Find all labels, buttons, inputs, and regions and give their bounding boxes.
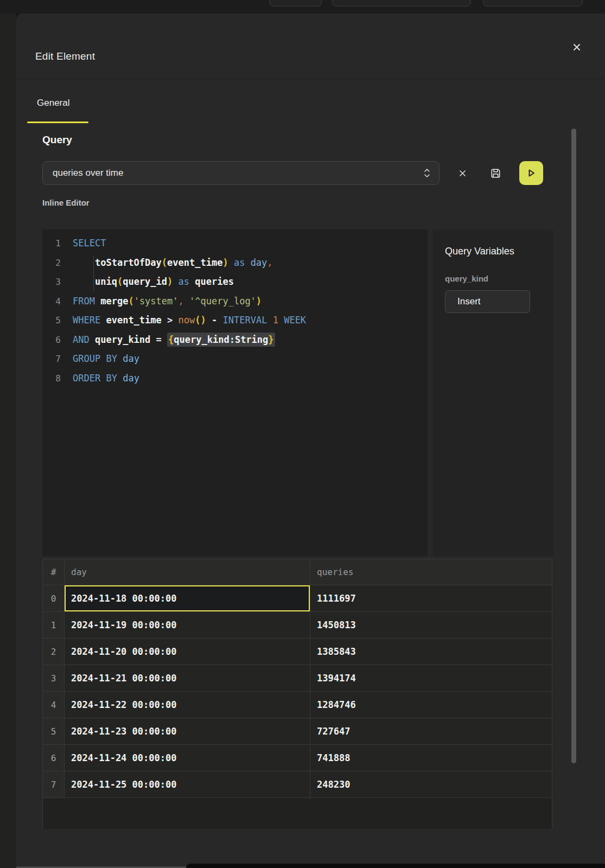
queries-cell[interactable]: 1284746 [310,692,552,718]
chevron-up-down-icon [423,167,431,179]
modal-scrollbar-thumb[interactable] [571,129,576,763]
line-number: 1 [42,234,73,253]
play-icon [526,168,536,178]
line-number: 2 [42,253,73,273]
results-table-filler [43,798,552,829]
close-button[interactable] [567,37,587,57]
row-index-cell[interactable]: 6 [43,745,65,771]
clear-query-button[interactable] [450,161,474,185]
row-index-cell[interactable]: 1 [43,612,65,639]
code-line: 8ORDER BY day [42,369,428,388]
line-number: 6 [42,330,73,350]
table-row[interactable]: 12024-11-19 00:00:001450813 [43,612,552,639]
row-index-cell[interactable]: 2 [43,639,65,665]
screen: Edit Element General Query queries over … [0,0,605,868]
code-line: 5WHERE event_time > now() - INTERVAL 1 W… [42,311,428,330]
table-row[interactable]: 62024-11-24 00:00:00741888 [43,745,552,771]
queries-cell[interactable]: 741888 [310,745,552,771]
inline-editor-label: Inline Editor [42,198,90,207]
background-toolbar-button [269,0,322,7]
query-variables-panel: Query Variables query_kind Insert [433,229,553,556]
tab-general[interactable]: General [37,98,69,108]
queries-cell[interactable]: 248230 [310,771,552,798]
code-line: 6AND query_kind = {query_kind:String} [42,330,428,350]
column-header-queries[interactable]: queries [310,559,552,585]
results-header-row: # day queries [43,559,552,585]
row-index-cell[interactable]: 3 [43,665,65,692]
queries-cell[interactable]: 1450813 [310,612,552,639]
save-query-button[interactable] [483,161,507,185]
background-bottom-panel [186,864,605,868]
line-number: 5 [42,311,73,330]
tab-active-indicator [27,122,88,123]
row-index-cell[interactable]: 0 [43,585,65,612]
queries-cell[interactable]: 1111697 [310,585,552,612]
queries-cell[interactable]: 1385843 [310,639,552,665]
close-icon [572,42,582,52]
day-cell-selected[interactable]: 2024-11-18 00:00:00 [65,585,310,612]
row-index-cell[interactable]: 5 [43,718,65,745]
background-page-edge [0,14,16,868]
table-row[interactable]: 02024-11-18 00:00:001111697 [43,585,552,612]
day-cell[interactable]: 2024-11-24 00:00:00 [65,745,310,771]
day-cell[interactable]: 2024-11-20 00:00:00 [65,639,310,665]
run-query-button[interactable] [519,161,543,185]
column-header-day[interactable]: day [65,559,310,585]
line-number: 7 [42,349,73,369]
background-toolbar-button [483,0,583,7]
table-row[interactable]: 22024-11-20 00:00:001385843 [43,639,552,665]
line-number: 4 [42,292,73,311]
code-line: 4FROM merge('system', '^query_log') [42,292,428,311]
save-floppy-icon [489,167,502,180]
header-divider [16,79,605,79]
clear-x-icon [458,169,467,177]
row-index-cell[interactable]: 4 [43,692,65,718]
day-cell[interactable]: 2024-11-23 00:00:00 [65,718,310,745]
background-toolbar-button [332,0,471,7]
row-index-cell[interactable]: 7 [43,771,65,798]
results-body: 02024-11-18 00:00:00111169712024-11-19 0… [43,585,552,798]
day-cell[interactable]: 2024-11-22 00:00:00 [65,692,310,718]
table-row[interactable]: 52024-11-23 00:00:00727647 [43,718,552,745]
query-variables-title: Query Variables [445,246,514,257]
code-line: 3 uniq(query_id) as queries [42,272,428,292]
modal-title: Edit Element [35,50,95,62]
edit-element-modal: Edit Element General Query queries over … [16,14,605,868]
queries-cell[interactable]: 727647 [310,718,552,745]
table-row[interactable]: 72024-11-25 00:00:00248230 [43,771,552,798]
code-line: 7GROUP BY day [42,349,428,369]
insert-button-label: Insert [457,296,481,307]
line-number: 8 [42,369,73,388]
code-lines: 1SELECT2 toStartOfDay(event_time) as day… [42,229,428,388]
line-number: 3 [42,272,73,292]
query-select-value: queries over time [53,168,423,178]
sql-code-editor[interactable]: 1SELECT2 toStartOfDay(event_time) as day… [42,229,428,556]
column-header-index[interactable]: # [43,559,65,585]
day-cell[interactable]: 2024-11-21 00:00:00 [65,665,310,692]
table-row[interactable]: 42024-11-22 00:00:001284746 [43,692,552,718]
code-line: 1SELECT [42,234,428,253]
table-row[interactable]: 32024-11-21 00:00:001394174 [43,665,552,692]
background-top-bar [0,0,605,14]
results-table: # day queries 02024-11-18 00:00:00111169… [42,559,552,829]
day-cell[interactable]: 2024-11-25 00:00:00 [65,771,310,798]
variable-name-label: query_kind [445,274,488,283]
day-cell[interactable]: 2024-11-19 00:00:00 [65,612,310,639]
queries-cell[interactable]: 1394174 [310,665,552,692]
query-select[interactable]: queries over time [42,161,440,185]
insert-variable-button[interactable]: Insert [445,290,530,313]
query-section-label: Query [42,134,72,146]
code-line: 2 toStartOfDay(event_time) as day, [42,253,428,273]
